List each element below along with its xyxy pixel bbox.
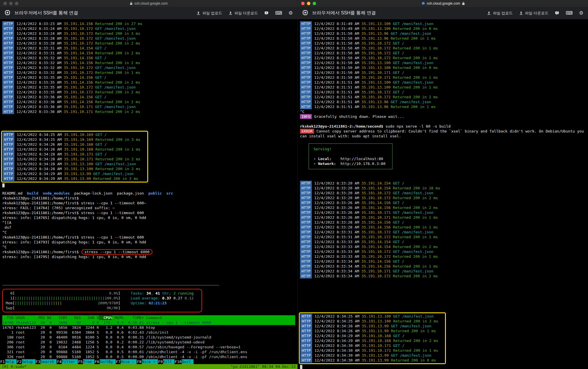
process-table-header[interactable]: PIDUSERPRINIVIRTRESSHRSCPU%MEM%TIME+Comm…	[2, 315, 295, 320]
http-badge: HTTP	[300, 225, 312, 230]
settings-gear-icon[interactable]: ⚙	[289, 11, 293, 16]
close-window-button[interactable]	[301, 2, 305, 5]
function-key-button[interactable]: F5Tree	[78, 359, 94, 364]
process-row[interactable]: 306root200818444841224S0.00.40:00.57/usr…	[2, 345, 295, 349]
shell-prompt-line: rkskek123@yu-21411861-2:/home/second$ su…	[300, 124, 586, 129]
download-file-button[interactable]: 파일 다운로드	[519, 11, 549, 16]
function-key-button[interactable]: F9Kill	[158, 359, 175, 364]
http-badge: HTTP	[2, 80, 14, 85]
download-file-button[interactable]: 파일 다운로드	[229, 11, 258, 16]
log-line: HTTP12/4/2022 8:34:26 AM35.191.13.99Retu…	[300, 328, 440, 333]
log-line: HTTP12/4/2022 8:34:25 AM35.191.10.169GET…	[3, 132, 143, 137]
function-key-button[interactable]: F7Nice -	[116, 359, 137, 364]
settings-gear-icon[interactable]: ⚙	[579, 11, 583, 16]
keyboard-icon[interactable]: ⌨	[275, 11, 282, 16]
upload-icon	[196, 11, 200, 15]
log-line: HTTP12/4/2022 8:31:50 AM35.191.10.172Ret…	[300, 55, 586, 60]
shell-line: rkskek123@yu-21411861:/home/first$	[2, 196, 295, 201]
log-line: HTTP12/4/2022 8:33:26 AM35.191.14.156GET…	[300, 200, 586, 205]
minimize-window-button[interactable]	[9, 2, 13, 5]
log-line: HTTP12/4/2022 8:31:50 AM35.191.10.172GET…	[300, 51, 586, 55]
ssh-app-icon	[5, 10, 10, 17]
process-row[interactable]: 188root2004840090168100S0.00.90:00.31/li…	[2, 335, 295, 340]
function-key-button[interactable]: F2Setup	[17, 359, 36, 364]
left-browser-window: ssh.cloud.google.com 브라우저에서 SSH를 통해 연결 파…	[0, 0, 297, 369]
stat-line: Uptime: 02:21:23	[131, 301, 194, 305]
zoom-window-button[interactable]	[313, 2, 316, 5]
log-line: HTTP12/4/2022 8:33:35 AM35.191.10.172GET…	[2, 85, 295, 90]
left-terminal[interactable]: HTTP12/4/2022 8:33:23 AM35.191.14.156Ret…	[0, 20, 297, 369]
log-line: HTTP12/4/2022 8:33:34 AM35.191.10.171GET…	[300, 269, 586, 274]
process-row[interactable]: 1root2009933663643864S0.00.60:02.43/sbin…	[2, 330, 295, 335]
function-key-button[interactable]: F6SortBy	[94, 359, 116, 364]
cursor-line	[300, 364, 586, 369]
address-bar[interactable]: ssh.cloud.google.com	[130, 1, 168, 5]
log-line: HTTP12/4/2022 8:33:34 AM35.191.14.156Ret…	[300, 264, 586, 269]
serving-title: Serving!	[314, 147, 332, 151]
http-badge: HTTP	[2, 60, 14, 65]
process-row[interactable]: 14796rkskek1232003688920R174.0.00:26.61s…	[2, 320, 295, 325]
log-line: HTTP12/4/2022 8:34:28 AM35.191.13.100Ret…	[3, 166, 143, 171]
info-line: INFOGracefully shutting down. Please wai…	[300, 114, 586, 119]
log-line: HTTP12/4/2022 8:33:33 AM35.191.14.154Ret…	[300, 244, 586, 249]
http-badge: HTTP	[3, 166, 14, 171]
http-badge: HTTP	[300, 215, 312, 220]
minimize-window-button[interactable]	[307, 2, 310, 5]
log-line: HTTP12/4/2022 8:33:31 AM35.191.10.172GET…	[300, 230, 586, 235]
process-row[interactable]: 321root2009988851601852S0.00.50:00.01/sb…	[2, 349, 295, 354]
close-window-button[interactable]	[3, 2, 7, 5]
feedback-icon[interactable]	[555, 11, 559, 16]
left-titlebar[interactable]: ssh.cloud.google.com	[0, 0, 297, 7]
function-key-button[interactable]: F10Quit	[175, 359, 194, 364]
log-line: HTTP12/4/2022 8:33:32 AM35.191.14.156GET…	[2, 55, 295, 60]
log-line: HTTP12/4/2022 8:34:28 AM35.191.13.100GET…	[3, 162, 143, 166]
http-badge: HTTP	[300, 65, 312, 70]
page-title: 브라우저에서 SSH를 통해 연결	[312, 10, 376, 16]
http-log-block-1: HTTP12/4/2022 8:33:23 AM35.191.14.156Ret…	[2, 21, 295, 114]
http-badge: HTTP	[2, 90, 14, 95]
http-badge: HTTP	[3, 176, 14, 181]
right-titlebar[interactable]: ssh.cloud.google.com	[298, 0, 588, 7]
shell-line: README.md build node_modules package-loc…	[2, 191, 295, 196]
log-line: HTTP12/4/2022 8:34:30 AM35.191.10.171Ret…	[300, 348, 440, 353]
window-controls	[301, 2, 316, 5]
tmux-pane-divider[interactable]	[2, 285, 219, 285]
http-log-block-2: HTTP12/4/2022 8:34:25 AM35.191.10.169GET…	[3, 132, 143, 181]
error-badge: ERROR	[300, 129, 314, 134]
log-line: HTTP12/4/2022 8:34:29 AM35.191.13.99Retu…	[3, 176, 143, 181]
http-badge: HTTP	[3, 152, 14, 157]
appbar-actions: 파일 업로드 파일 다운로드 ⌨ ⚙	[487, 11, 583, 16]
log-line: HTTP12/4/2022 8:33:24 AM35.191.10.172Ret…	[2, 31, 295, 36]
function-key-button[interactable]: F3Search	[36, 359, 57, 364]
http-badge: HTTP	[2, 26, 14, 31]
upload-file-button[interactable]: 파일 업로드	[487, 11, 513, 16]
function-key-button[interactable]: F8Nice +	[137, 359, 158, 364]
http-badge: HTTP	[300, 338, 312, 343]
feedback-icon[interactable]	[264, 11, 269, 16]
log-line: HTTP12/4/2022 8:33:36 AM35.191.14.156Ret…	[2, 99, 295, 104]
right-terminal[interactable]: HTTP12/4/2022 8:31:49 AM35.191.13.100GET…	[298, 20, 588, 369]
log-line: HTTP12/4/2022 8:33:34 AM35.191.14.156GET…	[300, 259, 586, 264]
log-line: HTTP12/4/2022 8:34:28 AM35.191.10.171Ret…	[3, 157, 143, 162]
keyboard-icon[interactable]: ⌨	[566, 11, 573, 16]
log-line: HTTP12/4/2022 8:31:49 AM35.191.13.100Ret…	[300, 26, 586, 31]
log-line: HTTP12/4/2022 8:33:36 AM35.191.10.171GET…	[2, 104, 295, 109]
log-line: HTTP12/4/2022 8:33:33 AM35.191.14.154GET…	[300, 239, 586, 244]
process-row[interactable]: 14763rkskek123200565638243244R1.20.40:03…	[2, 325, 295, 330]
http-log-block-1: HTTP12/4/2022 8:31:49 AM35.191.13.100GET…	[300, 21, 586, 109]
log-line: HTTP12/4/2022 8:34:30 AM35.191.13.99GET …	[300, 353, 440, 358]
http-badge: HTTP	[2, 99, 14, 104]
process-row[interactable]: 206root2001963224681256S0.00.20:00.22/li…	[2, 340, 295, 345]
process-row[interactable]: 326root2009988851601852S0.00.50:00.00/sb…	[2, 354, 295, 359]
log-line: HTTP12/4/2022 8:33:32 AM35.191.10.172GET…	[2, 65, 295, 70]
log-line: HTTP12/4/2022 8:31:51 AM35.191.13.100GET…	[300, 80, 586, 85]
address-bar[interactable]: ssh.cloud.google.com	[421, 1, 465, 5]
tmux-host-clock: "yu-21411861" 08:34 04-Dec-22	[231, 364, 296, 369]
log-line: HTTP12/4/2022 8:33:32 AM35.191.10.172Ret…	[2, 70, 295, 75]
shell-line: ^C	[2, 230, 295, 235]
upload-file-button[interactable]: 파일 업로드	[196, 11, 222, 16]
function-key-button[interactable]: F4Filter	[57, 359, 78, 364]
log-line: HTTP12/4/2022 8:31:49 AM35.191.13.100GET…	[300, 21, 586, 26]
zoom-window-button[interactable]	[15, 2, 18, 5]
function-key-button[interactable]: F1Help	[0, 359, 17, 364]
